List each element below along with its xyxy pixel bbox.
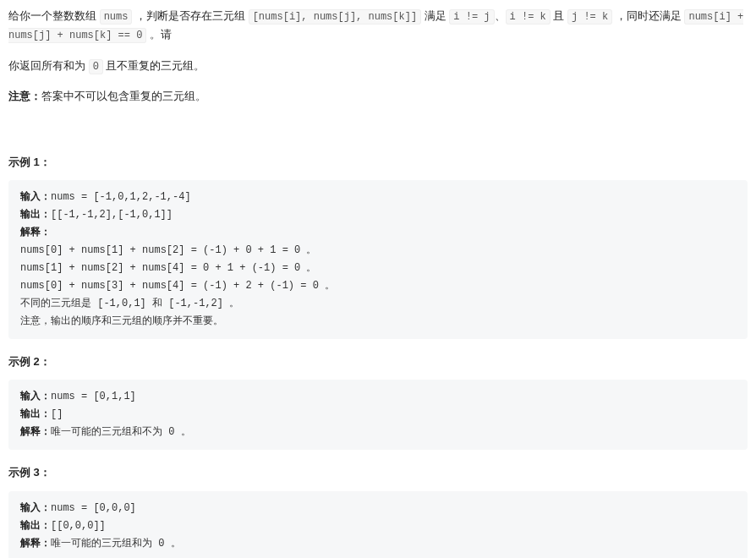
example-2-block: 输入：nums = [0,1,1] 输出：[] 解释：唯一可能的三元组和不为 0… — [8, 380, 748, 450]
output-label: 输出： — [20, 520, 51, 532]
spacer — [8, 118, 748, 141]
text: ，判断是否存在三元组 — [132, 9, 248, 22]
text: 且 — [551, 9, 567, 22]
text: 你返回所有和为 — [8, 59, 89, 72]
text: 满足 — [421, 9, 449, 22]
output-label: 输出： — [20, 408, 51, 420]
explain-value: 唯一可能的三元组和为 0 。 — [51, 538, 181, 550]
explain-line: nums[1] + nums[2] + nums[4] = 0 + 1 + (-… — [20, 262, 316, 274]
example-1-block: 输入：nums = [-1,0,1,2,-1,-4] 输出：[[-1,-1,2]… — [8, 180, 748, 339]
code-triple: [nums[i], nums[j], nums[k]] — [249, 9, 421, 25]
output-label: 输出： — [20, 209, 51, 221]
problem-paragraph-1: 给你一个整数数组 nums ，判断是否存在三元组 [nums[i], nums[… — [8, 7, 748, 45]
explain-label: 解释： — [20, 426, 51, 438]
explain-value: 唯一可能的三元组和不为 0 。 — [51, 426, 191, 438]
text: 给你一个整数数组 — [8, 9, 100, 22]
example-3-heading: 示例 3： — [8, 463, 748, 482]
text: 。请 — [146, 28, 172, 41]
output-value: [] — [51, 408, 63, 420]
code-zero: 0 — [89, 59, 103, 74]
notice-text: 答案中不可以包含重复的三元组。 — [41, 90, 206, 102]
explain-label: 解释： — [20, 538, 51, 550]
explain-line: nums[0] + nums[3] + nums[4] = (-1) + 2 +… — [20, 280, 335, 292]
notice-label: 注意： — [8, 90, 41, 102]
code-nums: nums — [100, 9, 133, 25]
example-1-heading: 示例 1： — [8, 153, 748, 172]
input-label: 输入： — [20, 191, 51, 203]
explain-label: 解释： — [20, 227, 51, 238]
input-label: 输入： — [20, 502, 51, 514]
output-value: [[-1,-1,2],[-1,0,1]] — [51, 209, 173, 221]
explain-line: nums[0] + nums[1] + nums[2] = (-1) + 0 +… — [20, 244, 316, 256]
example-2-heading: 示例 2： — [8, 353, 748, 371]
input-value: nums = [0,1,1] — [51, 391, 136, 402]
input-label: 输入： — [20, 391, 51, 402]
text: 、 — [495, 9, 506, 22]
example-3-block: 输入：nums = [0,0,0] 输出：[[0,0,0]] 解释：唯一可能的三… — [8, 491, 748, 558]
explain-line: 注意，输出的顺序和三元组的顺序并不重要。 — [20, 315, 223, 327]
explain-line: 不同的三元组是 [-1,0,1] 和 [-1,-1,2] 。 — [20, 298, 239, 309]
code-j-neq-k: j != k — [567, 9, 612, 25]
input-value: nums = [0,0,0] — [51, 502, 136, 514]
text: ，同时还满足 — [612, 9, 684, 22]
output-value: [[0,0,0]] — [51, 520, 106, 532]
text: 且不重复的三元组。 — [103, 59, 205, 72]
input-value: nums = [-1,0,1,2,-1,-4] — [51, 191, 191, 203]
problem-paragraph-2: 你返回所有和为 0 且不重复的三元组。 — [8, 57, 748, 75]
code-i-neq-k: i != k — [506, 9, 551, 25]
notice-paragraph: 注意：答案中不可以包含重复的三元组。 — [8, 87, 748, 106]
code-i-neq-j: i != j — [449, 9, 494, 25]
